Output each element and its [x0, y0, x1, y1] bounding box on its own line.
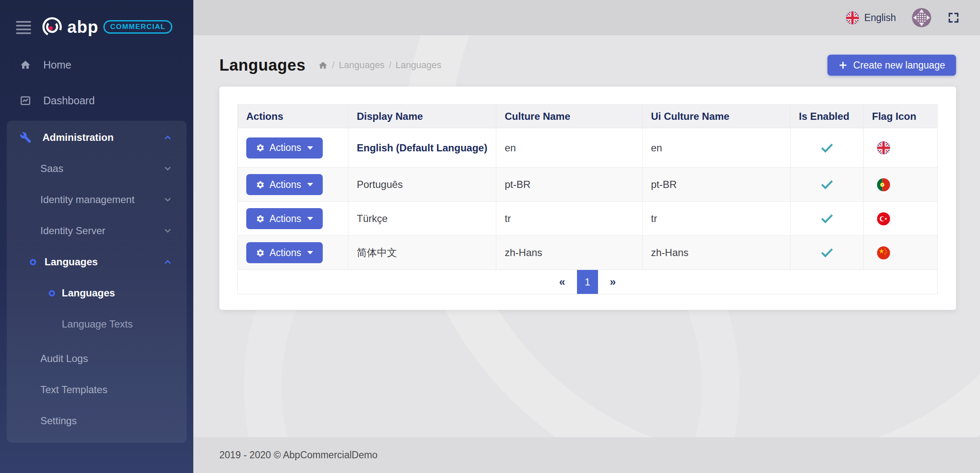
sidebar-item-label: Dashboard [43, 95, 95, 107]
sidebar-item-languages[interactable]: Languages [7, 280, 187, 306]
sidebar-item-audit-logs[interactable]: Audit Logs [7, 346, 187, 371]
sidebar-item-home[interactable]: Home [0, 52, 193, 77]
home-breadcrumb-icon[interactable] [318, 61, 328, 70]
cell-culture-name: pt-BR [496, 168, 643, 202]
sidebar-item-label: Identity management [40, 194, 163, 206]
home-icon [19, 59, 32, 71]
cell-culture-name: zh-Hans [496, 236, 643, 270]
caret-down-icon [307, 217, 313, 220]
column-header-ui-culture-name: Ui Culture Name [643, 105, 790, 128]
breadcrumb-item[interactable]: Languages [339, 60, 385, 71]
sidebar-item-label: Saas [40, 163, 163, 174]
languages-card: Actions Display Name Culture Name Ui Cul… [219, 87, 956, 310]
check-icon [821, 141, 833, 153]
cell-is-enabled [790, 236, 864, 270]
cell-display-name: English (Default Language) [348, 128, 496, 168]
bullet-ring-icon [49, 290, 55, 296]
cell-is-enabled [790, 168, 864, 202]
table-row: ActionsEnglish (Default Language)enen [238, 128, 938, 168]
column-header-flag-icon: Flag Icon [864, 105, 938, 128]
caret-down-icon [307, 251, 313, 254]
page-content: Languages / Languages / Languages Create… [193, 35, 980, 437]
dashboard-chart-icon [19, 95, 32, 106]
table-row: Actions简体中文zh-Hanszh-Hans [238, 236, 938, 270]
check-icon [821, 212, 833, 224]
cell-display-name: 简体中文 [348, 236, 496, 270]
column-header-display-name: Display Name [348, 105, 496, 128]
sidebar-header: abp COMMERCIAL [0, 0, 193, 42]
sidebar-item-languages-group[interactable]: Languages [7, 249, 187, 275]
languages-table-body: ActionsEnglish (Default Language)enenAct… [238, 128, 938, 270]
breadcrumb: / Languages / Languages [318, 60, 441, 71]
languages-table: Actions Display Name Culture Name Ui Cul… [237, 104, 938, 294]
caret-down-icon [307, 146, 313, 150]
create-new-language-button[interactable]: Create new language [827, 55, 956, 76]
cell-ui-culture-name: en [643, 128, 790, 168]
pagination-prev-button[interactable]: « [556, 275, 569, 288]
gear-icon [256, 180, 265, 189]
sidebar-item-settings[interactable]: Settings [7, 408, 187, 433]
cell-ui-culture-name: zh-Hans [643, 236, 790, 270]
sidebar-item-identity-management[interactable]: Identity management [7, 187, 187, 212]
chevron-down-icon [163, 164, 172, 173]
sidebar-item-text-templates[interactable]: Text Templates [7, 377, 187, 402]
sidebar-item-label: Languages [62, 287, 115, 299]
pt-flag-icon [872, 178, 929, 191]
plus-icon [838, 61, 848, 70]
page-head: Languages / Languages / Languages Create… [219, 55, 956, 76]
cell-culture-name: tr [496, 202, 643, 236]
row-actions-button[interactable]: Actions [246, 208, 323, 229]
pagination-page-1[interactable]: 1 [577, 270, 598, 294]
cell-flag-icon [864, 236, 938, 270]
cell-ui-culture-name: pt-BR [643, 168, 790, 202]
sidebar-item-saas[interactable]: Saas [7, 156, 187, 181]
gb-flag-icon [872, 141, 929, 154]
cell-is-enabled [790, 128, 864, 168]
chevron-up-icon [163, 133, 172, 142]
sidebar-item-dashboard[interactable]: Dashboard [0, 88, 193, 113]
wrench-icon [19, 132, 32, 143]
abp-logo[interactable]: abp COMMERCIAL [41, 16, 172, 38]
column-header-culture-name: Culture Name [496, 105, 643, 128]
sidebar-item-language-texts[interactable]: Language Texts [7, 312, 187, 337]
row-actions-button[interactable]: Actions [246, 137, 323, 159]
cell-display-name: Português [348, 168, 496, 202]
fullscreen-icon[interactable] [947, 11, 960, 24]
column-header-is-enabled: Is Enabled [790, 105, 864, 128]
copyright-text: 2019 - 2020 © AbpCommercialDemo [219, 449, 377, 461]
topbar: English [193, 0, 980, 35]
pagination-next-button[interactable]: » [606, 275, 619, 288]
breadcrumb-separator: / [389, 60, 391, 71]
breadcrumb-item[interactable]: Languages [395, 60, 441, 71]
sidebar-item-label: Language Texts [62, 318, 133, 330]
check-icon [821, 246, 833, 258]
sidebar-item-label: Home [43, 59, 71, 71]
caret-down-icon [307, 183, 313, 186]
main-area: English [193, 0, 980, 473]
cell-flag-icon [864, 202, 938, 236]
language-picker[interactable]: English [846, 11, 896, 24]
row-actions-button[interactable]: Actions [246, 174, 323, 195]
sidebar-item-label: Audit Logs [40, 353, 172, 365]
page-title: Languages [219, 56, 306, 74]
row-actions-button[interactable]: Actions [246, 242, 323, 263]
uk-flag-icon [846, 11, 859, 24]
sidebar-item-administration[interactable]: Administration [7, 125, 187, 150]
check-icon [821, 178, 833, 190]
cn-flag-icon [872, 246, 929, 259]
chevron-up-icon [163, 257, 172, 267]
cell-flag-icon [864, 128, 938, 168]
footer: 2019 - 2020 © AbpCommercialDemo [193, 437, 980, 473]
sidebar-item-label: Administration [42, 132, 163, 143]
table-header-row: Actions Display Name Culture Name Ui Cul… [238, 105, 938, 128]
sidebar-item-identity-server[interactable]: Identity Server [7, 218, 187, 243]
user-avatar[interactable] [912, 8, 931, 27]
create-button-label: Create new language [853, 60, 945, 71]
sidebar-nav: Home Dashboard Administration [0, 42, 193, 443]
pagination-row: « 1 » [238, 270, 938, 294]
sidebar: abp COMMERCIAL Home Dashboard [0, 0, 193, 473]
chevron-down-icon [163, 226, 172, 235]
chevron-down-icon [163, 195, 172, 204]
breadcrumb-separator: / [332, 60, 335, 71]
hamburger-menu-icon[interactable] [16, 21, 31, 34]
